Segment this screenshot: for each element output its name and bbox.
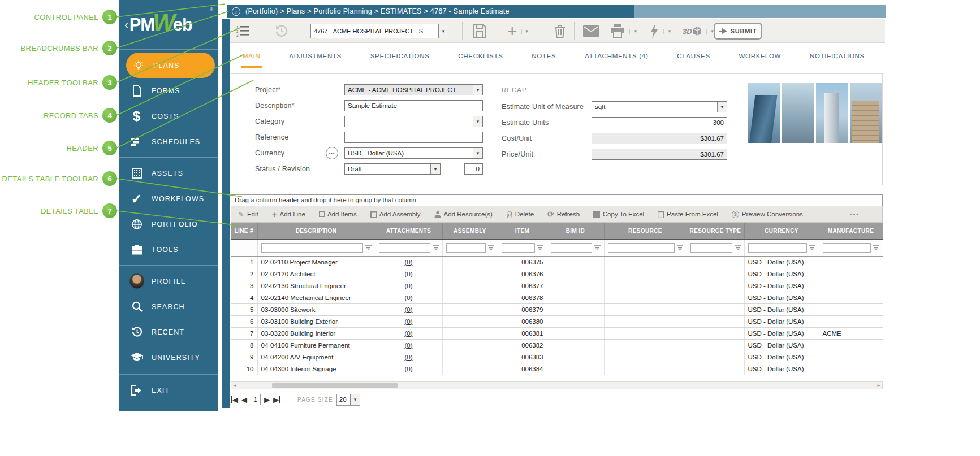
filter-input-resource-type[interactable] <box>690 243 732 253</box>
sidebar-item-tools[interactable]: TOOLS <box>119 237 218 262</box>
category-select[interactable]: ▼ <box>344 116 483 127</box>
attachments-link[interactable]: (0) <box>404 283 412 289</box>
tab-main[interactable]: MAIN <box>241 45 262 68</box>
table-row[interactable]: 202-02120 Architect(0)006376USD - Dollar… <box>231 268 883 280</box>
filter-input-bim-id[interactable] <box>551 243 592 253</box>
sidebar-item-university[interactable]: UNIVERSITY <box>119 345 218 370</box>
sidebar-item-assets[interactable]: ASSETS <box>119 160 218 186</box>
record-selector[interactable]: 4767 - ACME HOSPITAL PROJECT - S ▼ <box>310 19 448 43</box>
description-input[interactable]: Sample Estimate <box>344 100 483 111</box>
chevron-down-icon[interactable]: ▼ <box>430 164 440 174</box>
chevron-down-icon[interactable]: ▼ <box>521 29 529 34</box>
record-list-icon[interactable]: 123 <box>236 19 250 43</box>
filter-icon[interactable] <box>735 245 741 250</box>
table-row[interactable]: 904-04200 A/V Equipment(0)006383USD - Do… <box>231 351 883 363</box>
cell-att[interactable]: (0) <box>375 315 442 327</box>
attachments-link[interactable]: (0) <box>404 366 412 372</box>
current-page[interactable]: 1 <box>251 394 261 405</box>
col-manufacture[interactable]: MANUFACTURE <box>819 223 883 240</box>
undo-history-icon[interactable] <box>274 19 289 43</box>
filter-input-resource[interactable] <box>608 243 675 253</box>
chevron-down-icon[interactable]: ▼ <box>473 85 482 95</box>
refresh-button[interactable]: ⟳Refresh <box>541 206 586 222</box>
add-items-button[interactable]: Add Items <box>312 206 364 222</box>
tab-checklists[interactable]: CHECKLISTS <box>457 45 504 68</box>
sidebar-item-search[interactable]: SEARCH <box>119 294 218 319</box>
delete-button[interactable] <box>554 19 566 43</box>
paste-from-excel-button[interactable]: Paste From Excel <box>651 206 725 222</box>
first-page-button[interactable]: ◀ <box>231 396 238 403</box>
currency-select[interactable]: USD - Dollar (USA)▼ <box>344 147 483 159</box>
sidebar-item-forms[interactable]: FORMS <box>119 78 218 103</box>
attachments-link[interactable]: (0) <box>404 342 412 349</box>
chevron-down-icon[interactable]: ▼ <box>438 24 448 38</box>
scroll-right-icon[interactable]: ► <box>875 382 882 389</box>
tab-clauses[interactable]: CLAUSES <box>676 45 711 68</box>
group-by-bar[interactable]: Drag a column header and drop it here to… <box>231 194 883 206</box>
chevron-down-icon[interactable]: ▼ <box>350 394 360 405</box>
edit-button[interactable]: ✎Edit <box>231 206 265 222</box>
scroll-left-icon[interactable]: ◄ <box>231 382 238 389</box>
tab-attachments[interactable]: ATTACHMENTS (4) <box>584 45 649 68</box>
preview-conversions-button[interactable]: $Preview Conversions <box>725 206 810 222</box>
chevron-down-icon[interactable]: ▼ <box>663 29 672 34</box>
tab-workflow[interactable]: WORKFLOW <box>738 45 783 68</box>
cell-att[interactable]: (0) <box>375 268 442 280</box>
cell-att[interactable]: (0) <box>375 292 442 303</box>
project-select[interactable]: ACME - ACME HOSPITAL PROJECT▼ <box>344 84 483 95</box>
estimate-units-input[interactable]: 300 <box>592 117 727 128</box>
copy-to-excel-button[interactable]: XCopy To Excel <box>586 206 651 222</box>
filter-input-item[interactable] <box>502 243 535 253</box>
scrollbar-thumb[interactable] <box>272 383 398 388</box>
cell-att[interactable]: (0) <box>375 363 442 375</box>
collapse-sidebar-icon[interactable]: ‹ <box>124 18 128 31</box>
more-options-button[interactable]: ••• <box>849 211 882 218</box>
filter-icon[interactable] <box>677 245 683 250</box>
filter-input-currency[interactable] <box>748 243 807 253</box>
col-bim-id[interactable]: BIM ID <box>547 223 604 240</box>
col-attachments[interactable]: ATTACHMENTS <box>375 223 442 240</box>
attachments-link[interactable]: (0) <box>404 318 412 325</box>
attachments-link[interactable]: (0) <box>404 354 412 361</box>
next-page-button[interactable]: ▶ <box>264 396 270 403</box>
last-page-button[interactable]: ▶ <box>273 396 280 403</box>
sidebar-item-costs[interactable]: $ COSTS <box>119 103 218 129</box>
table-row[interactable]: 402-02140 Mechanical Engineer(0)006378US… <box>231 292 883 303</box>
filter-input-assembly[interactable] <box>446 243 486 253</box>
cell-att[interactable]: (0) <box>375 303 442 315</box>
save-button[interactable] <box>472 19 487 43</box>
sidebar-item-plans[interactable]: PLANS <box>126 53 215 78</box>
add-assembly-button[interactable]: Add Assembly <box>364 206 428 222</box>
tab-notes[interactable]: NOTES <box>530 45 557 68</box>
filter-icon[interactable] <box>873 245 879 250</box>
filter-input-description[interactable] <box>261 243 363 253</box>
table-row[interactable]: 804-04100 Furniture Permanent(0)006382US… <box>231 339 883 351</box>
filter-icon[interactable] <box>537 245 543 250</box>
filter-icon[interactable] <box>594 245 601 250</box>
sidebar-item-profile[interactable]: PROFILE <box>119 268 218 294</box>
attachments-link[interactable]: (0) <box>404 259 412 266</box>
col-assembly[interactable]: ASSEMBLY <box>442 223 498 240</box>
filter-icon[interactable] <box>365 245 372 250</box>
filter-icon[interactable] <box>809 245 815 250</box>
attachments-link[interactable]: (0) <box>404 306 412 313</box>
breadcrumb-portfolio-link[interactable]: (Portfolio) <box>245 7 278 15</box>
sidebar-item-recent[interactable]: RECENT <box>119 319 218 345</box>
table-row[interactable]: 102-02110 Project Manager(0)006375USD - … <box>231 256 883 268</box>
col-item[interactable]: ITEM <box>498 223 547 240</box>
chevron-down-icon[interactable]: ▼ <box>473 148 482 158</box>
actions-lightning-button[interactable]: ▼ <box>650 19 672 43</box>
table-row[interactable]: 603-03100 Building Exterior(0)006380USD … <box>231 315 883 327</box>
reference-input[interactable] <box>344 132 483 143</box>
attachments-link[interactable]: (0) <box>404 330 412 337</box>
tab-notifications[interactable]: NOTIFICATIONS <box>809 45 866 68</box>
sidebar-item-schedules[interactable]: SCHEDULES <box>119 129 218 154</box>
cell-att[interactable]: (0) <box>375 339 442 351</box>
page-size-select[interactable]: 20 ▼ <box>336 394 360 406</box>
sidebar-item-portfolio[interactable]: PORTFOLIO <box>119 211 218 237</box>
attachments-link[interactable]: (0) <box>404 271 412 277</box>
submit-button[interactable]: SUBMIT <box>714 23 762 40</box>
info-icon[interactable]: i <box>232 7 240 16</box>
filter-input-attachments[interactable] <box>379 243 430 253</box>
horizontal-scrollbar[interactable]: ◄ ► <box>231 381 883 389</box>
